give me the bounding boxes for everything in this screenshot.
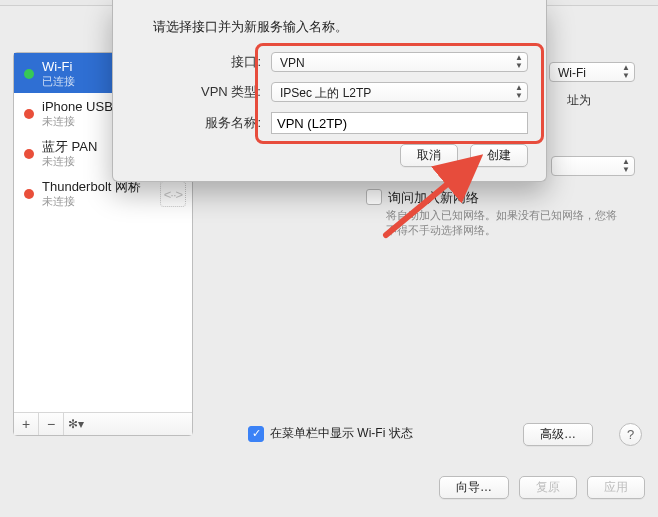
cancel-button[interactable]: 取消: [400, 144, 458, 167]
add-service-button[interactable]: +: [14, 413, 39, 435]
help-button[interactable]: ?: [619, 423, 642, 446]
new-service-sheet: 请选择接口并为新服务输入名称。 接口: VPN ▲▼ VPN 类型: IPSec…: [112, 0, 547, 182]
sidebar-item-label: 蓝牙 PAN: [42, 140, 97, 154]
ask-join-label: 询问加入新网络: [388, 189, 479, 207]
sync-icon: <··>: [160, 181, 186, 207]
sidebar-item-status: 未连接: [42, 114, 113, 128]
vpn-type-label: VPN 类型:: [131, 83, 271, 101]
chevron-updown-icon: ▲▼: [515, 84, 523, 100]
service-name-label: 服务名称:: [131, 114, 271, 132]
remove-service-button[interactable]: −: [39, 413, 64, 435]
sidebar-item-status: 已连接: [42, 74, 75, 88]
interface-label: 接口:: [131, 53, 271, 71]
sheet-title: 请选择接口并为新服务输入名称。: [153, 18, 528, 36]
chevron-updown-icon: ▲▼: [515, 54, 523, 70]
sidebar-item-label: Wi-Fi: [42, 60, 75, 74]
create-button[interactable]: 创建: [470, 144, 528, 167]
interface-popup[interactable]: VPN ▲▼: [271, 52, 528, 72]
sidebar-item-status: 未连接: [42, 154, 97, 168]
sidebar-item-status: 未连接: [42, 194, 152, 208]
ip-suffix-text: 址为: [567, 92, 591, 109]
status-dot-icon: [24, 109, 34, 119]
sidebar-item-label: Thunderbolt 网桥: [42, 180, 152, 194]
assist-button[interactable]: 向导…: [439, 476, 509, 499]
show-in-menubar-checkbox[interactable]: ✓: [248, 426, 264, 442]
revert-button[interactable]: 复原: [519, 476, 577, 499]
chevron-updown-icon: ▲▼: [622, 64, 630, 80]
ask-join-checkbox[interactable]: [366, 189, 382, 205]
status-dot-icon: [24, 69, 34, 79]
service-name-input[interactable]: [271, 112, 528, 134]
unknown-popup[interactable]: ▲▼: [551, 156, 635, 176]
sidebar-item-label: iPhone USB: [42, 100, 113, 114]
network-name-popup[interactable]: Wi-Fi ▲▼: [549, 62, 635, 82]
vpn-type-popup[interactable]: IPSec 上的 L2TP ▲▼: [271, 82, 528, 102]
service-actions-menu[interactable]: ✻▾: [64, 413, 88, 435]
chevron-updown-icon: ▲▼: [622, 158, 630, 174]
ask-join-description: 将自动加入已知网络。如果没有已知网络，您将不得不手动选择网络。: [386, 208, 626, 238]
status-dot-icon: [24, 149, 34, 159]
show-in-menubar-label: 在菜单栏中显示 Wi-Fi 状态: [270, 425, 413, 442]
advanced-button[interactable]: 高级…: [523, 423, 593, 446]
apply-button[interactable]: 应用: [587, 476, 645, 499]
status-dot-icon: [24, 189, 34, 199]
